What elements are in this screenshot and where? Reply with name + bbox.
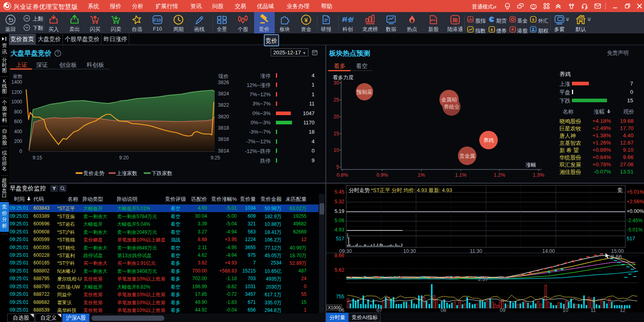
svg-text:养殖业: 养殖业 bbox=[444, 104, 460, 110]
svg-text:¥: ¥ bbox=[304, 17, 308, 23]
svg-text:IPO: IPO bbox=[431, 19, 436, 22]
svg-text:预制菜: 预制菜 bbox=[356, 89, 373, 95]
svg-text:陆: 陆 bbox=[453, 17, 458, 23]
svg-text:贵金属: 贵金属 bbox=[460, 153, 475, 159]
svg-text:F10: F10 bbox=[154, 18, 161, 23]
svg-text:养鸡: 养鸡 bbox=[483, 137, 494, 143]
svg-text:金属铅: 金属铅 bbox=[441, 97, 457, 103]
svg-text:8: 8 bbox=[491, 27, 493, 32]
svg-text:$: $ bbox=[532, 17, 534, 22]
svg-text:?: ? bbox=[57, 51, 59, 56]
